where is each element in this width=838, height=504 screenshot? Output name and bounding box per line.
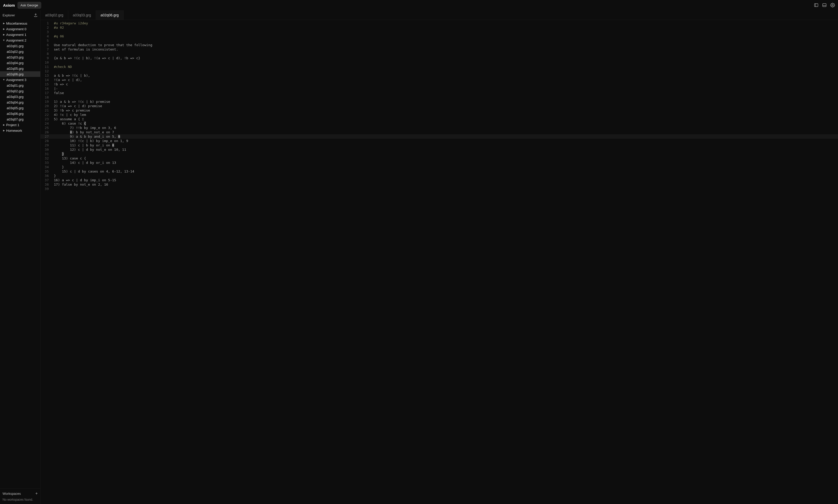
gear-icon[interactable]: [830, 3, 835, 7]
editor-line[interactable]: 12: [40, 69, 838, 73]
editor-line[interactable]: 202) !(a => c | d) premise: [40, 104, 838, 108]
editor-line[interactable]: 15!b => c: [40, 82, 838, 86]
line-number: 12: [40, 69, 52, 73]
file-tree: ▶Miscellaneous▶Assignment 0▶Assignment 1…: [0, 20, 40, 488]
editor-line[interactable]: 18: [40, 95, 838, 100]
editor-line[interactable]: 6Use natural deduction to prove that the…: [40, 43, 838, 47]
line-content: false: [52, 91, 64, 95]
tree-file-label: a02q04.grg: [7, 61, 23, 65]
line-number: 15: [40, 82, 52, 86]
editor-line[interactable]: 224) !c | c by lem: [40, 112, 838, 117]
line-number: 27: [40, 134, 52, 139]
tree-file[interactable]: a02q01.grg: [0, 43, 40, 49]
line-content: }: [52, 174, 56, 178]
tree-file[interactable]: a03q04.grg: [0, 100, 40, 105]
tree-file[interactable]: a02q05.grg: [0, 66, 40, 71]
line-content: 16) a => c | d by imp_i on 5-15: [52, 178, 116, 182]
tree-file[interactable]: a03q03.grg: [0, 94, 40, 100]
editor-line[interactable]: 26 8) b by not_not_e on 7: [40, 130, 838, 134]
tree-file-label: a02q01.grg: [7, 44, 23, 48]
editor-line[interactable]: 10: [40, 60, 838, 65]
editor-line[interactable]: 27 9) a & b by and_i on 5, 8: [40, 134, 838, 139]
editor-line[interactable]: 16|-: [40, 86, 838, 91]
tree-folder[interactable]: ▶Miscellaneous: [0, 20, 40, 26]
editor-line[interactable]: 4#q 06: [40, 34, 838, 38]
line-content: a & b => !(c | b),: [52, 73, 90, 78]
tree-file[interactable]: a03q07.grg: [0, 116, 40, 122]
editor-line[interactable]: 14!(a => c | d),: [40, 78, 838, 82]
editor-line[interactable]: 2#a 02: [40, 25, 838, 30]
tree-file-label: a03q04.grg: [7, 101, 23, 104]
line-content: 9) a & b by and_i on 5, 8: [52, 134, 120, 139]
tree-folder[interactable]: ▶Assignment 0: [0, 26, 40, 32]
upload-icon[interactable]: [34, 13, 38, 17]
app-title: Axiom: [3, 3, 15, 7]
editor-line[interactable]: 30 12) c | d by not_e on 10, 11: [40, 147, 838, 152]
editor-line[interactable]: 36}: [40, 174, 838, 178]
tree-file[interactable]: a02q06.grg: [0, 71, 40, 77]
line-number: 10: [40, 60, 52, 65]
editor-line[interactable]: 5: [40, 38, 838, 43]
editor-line[interactable]: 1#u r34agarw i2dey: [40, 21, 838, 25]
editor-line[interactable]: 3716) a => c | d by imp_i on 5-15: [40, 178, 838, 182]
editor-line[interactable]: 9{a & b => !(c | b), !(a => c | d), !b =…: [40, 56, 838, 60]
editor-line[interactable]: 24 6) case !c {: [40, 121, 838, 126]
editor-line[interactable]: 3: [40, 30, 838, 34]
tree-file[interactable]: a02q04.grg: [0, 60, 40, 66]
editor-line[interactable]: 7set of formulas is inconsistent.: [40, 47, 838, 52]
editor-line[interactable]: 213) !b => c premise: [40, 108, 838, 112]
editor-tab[interactable]: a03q02.grg: [40, 10, 68, 20]
tree-folder[interactable]: ▶Homework: [0, 128, 40, 133]
tree-folder-label: Homework: [6, 129, 22, 132]
line-content: !b => c: [52, 82, 68, 86]
line-number: 22: [40, 112, 52, 117]
line-content: 7) !!b by imp_e on 3, 6: [52, 126, 116, 130]
editor-line[interactable]: 32 13) case c {: [40, 156, 838, 161]
editor-line[interactable]: 17false: [40, 91, 838, 95]
line-content: [52, 95, 54, 100]
workspaces-panel: Workspaces + No workspaces found.: [0, 488, 40, 504]
tree-folder[interactable]: ▼Assignment 3: [0, 77, 40, 83]
line-content: #a 02: [52, 25, 64, 30]
editor-line[interactable]: 235) assume a { ⌶: [40, 117, 838, 121]
editor-line[interactable]: 29 11) c | b by or_i on 8: [40, 143, 838, 147]
editor-tab[interactable]: a03q03.grg: [68, 10, 96, 20]
editor-line[interactable]: 11#check ND: [40, 65, 838, 69]
tree-file[interactable]: a02q02.grg: [0, 49, 40, 54]
line-number: 5: [40, 38, 52, 43]
editor-line[interactable]: 3817) false by not_e on 2, 16: [40, 182, 838, 187]
tree-file[interactable]: a03q05.grg: [0, 105, 40, 111]
tree-file[interactable]: a03q02.grg: [0, 88, 40, 94]
editor-line[interactable]: 13a & b => !(c | b),: [40, 73, 838, 78]
editor-line[interactable]: 31 }: [40, 152, 838, 156]
line-number: 7: [40, 47, 52, 52]
editor-line[interactable]: 8: [40, 52, 838, 56]
workspaces-header: Workspaces +: [3, 491, 38, 496]
panel-bottom-icon[interactable]: [822, 3, 827, 7]
line-number: 30: [40, 147, 52, 152]
line-number: 20: [40, 104, 52, 108]
editor-line[interactable]: 35 15) c | d by cases on 4, 6-12, 13-14: [40, 169, 838, 174]
add-workspace-icon[interactable]: +: [35, 491, 38, 496]
editor-line[interactable]: 33 14) c | d by or_i on 13: [40, 161, 838, 165]
editor-line[interactable]: 34 }: [40, 165, 838, 169]
tree-folder[interactable]: ▼Assignment 2: [0, 37, 40, 43]
svg-rect-0: [815, 4, 818, 7]
tree-file-label: a02q05.grg: [7, 67, 23, 71]
tree-file[interactable]: a03q01.grg: [0, 83, 40, 88]
tree-folder-label: Miscellaneous: [6, 21, 27, 25]
tree-folder[interactable]: ▶Project 1: [0, 122, 40, 128]
editor-line[interactable]: 191) a & b => !(c | b) premise: [40, 100, 838, 104]
editor-tab[interactable]: a02q06.grg: [96, 10, 124, 20]
tree-file[interactable]: a02q03.grg: [0, 54, 40, 60]
editor-line[interactable]: 28 10) !(c | b) by imp_e on 1, 9: [40, 139, 838, 143]
tree-folder[interactable]: ▶Assignment 1: [0, 32, 40, 37]
line-number: 38: [40, 182, 52, 187]
ask-george-button[interactable]: Ask George: [17, 2, 41, 9]
code-editor[interactable]: 1#u r34agarw i2dey2#a 0234#q 0656Use nat…: [40, 20, 838, 504]
panel-left-icon[interactable]: [814, 3, 819, 7]
line-number: 24: [40, 121, 52, 126]
tree-file[interactable]: a03q06.grg: [0, 111, 40, 116]
editor-line[interactable]: 25 7) !!b by imp_e on 3, 6: [40, 126, 838, 130]
editor-line[interactable]: 39: [40, 187, 838, 191]
